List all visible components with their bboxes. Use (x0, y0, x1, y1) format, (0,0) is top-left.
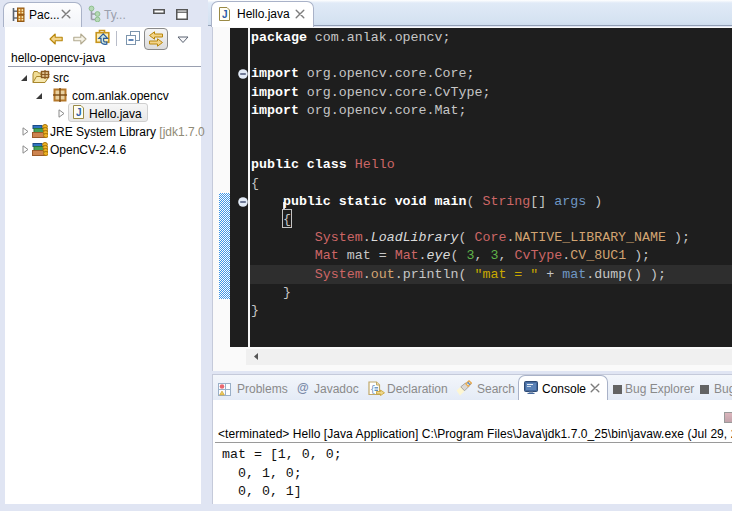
svg-text:{: { (370, 385, 375, 395)
svg-text:J: J (222, 9, 228, 20)
svg-text:J: J (76, 107, 82, 118)
